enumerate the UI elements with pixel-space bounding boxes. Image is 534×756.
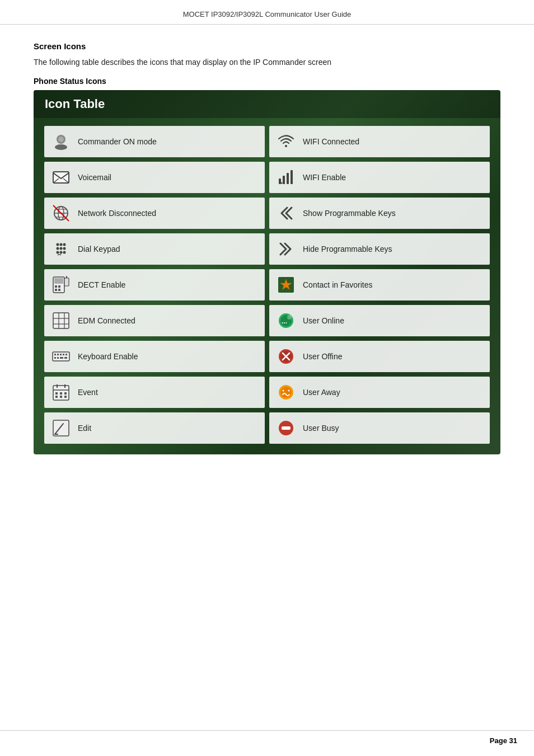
svg-point-73 <box>288 390 290 392</box>
busy-label: User Busy <box>303 424 339 433</box>
row-network: Network Disconnected <box>44 198 265 229</box>
keyboard-icon <box>50 345 72 368</box>
svg-point-34 <box>66 276 68 278</box>
svg-point-20 <box>63 243 66 246</box>
show-keys-icon <box>275 202 297 224</box>
dect-label: DECT Enable <box>78 280 125 289</box>
svg-rect-49 <box>60 354 62 355</box>
footer-divider <box>0 730 534 731</box>
svg-rect-50 <box>63 354 64 355</box>
voicemail-label: Voicemail <box>78 173 111 182</box>
dialpad-label: Dial Keypad <box>78 245 120 253</box>
svg-rect-32 <box>58 289 60 291</box>
svg-rect-64 <box>55 392 58 395</box>
away-icon <box>275 381 297 403</box>
svg-rect-33 <box>64 278 69 286</box>
svg-point-44 <box>287 315 292 320</box>
wifi-enable-label: WIFI Enable <box>303 173 346 182</box>
svg-rect-68 <box>60 396 62 398</box>
svg-rect-10 <box>291 170 293 184</box>
hide-keys-label: Hide Programmable Keys <box>303 245 392 253</box>
show-keys-label: Show Programmable Keys <box>303 209 396 218</box>
svg-rect-48 <box>57 354 59 355</box>
row-dialpad: Dial Keypad <box>44 233 265 265</box>
row-wifi-enable: WIFI Enable <box>269 162 490 193</box>
svg-point-22 <box>60 247 63 250</box>
network-label: Network Disconnected <box>78 209 156 218</box>
row-wifi: WIFI Connected <box>269 126 490 157</box>
row-dect: DECT Enable <box>44 269 265 300</box>
svg-rect-30 <box>58 285 60 288</box>
page-header: MOCET IP3092/IP3092L Communicator User G… <box>0 0 534 25</box>
svg-rect-78 <box>282 426 291 430</box>
svg-rect-69 <box>64 396 67 398</box>
svg-rect-55 <box>64 357 67 359</box>
svg-rect-37 <box>53 313 69 328</box>
row-voicemail: Voicemail <box>44 162 265 193</box>
edm-label: EDM Connected <box>78 316 135 325</box>
row-favorites: Contact in Favorites <box>269 269 490 300</box>
svg-rect-67 <box>55 396 58 398</box>
svg-point-72 <box>283 390 284 392</box>
edm-icon <box>50 309 72 332</box>
row-online: ... User Online <box>269 305 490 336</box>
subsection-title: Phone Status Icons <box>34 77 500 86</box>
svg-rect-46 <box>53 352 69 361</box>
svg-point-19 <box>60 243 63 246</box>
favorites-icon <box>275 274 297 296</box>
network-icon <box>50 202 72 224</box>
svg-rect-52 <box>54 357 56 359</box>
offline-label: User Offine <box>303 352 343 361</box>
voicemail-icon <box>50 166 72 189</box>
svg-rect-47 <box>54 354 56 355</box>
row-busy: User Busy <box>269 412 490 444</box>
away-label: User Away <box>303 388 340 397</box>
dialpad-icon <box>50 238 72 260</box>
online-icon: ... <box>275 309 297 332</box>
svg-rect-51 <box>65 354 67 355</box>
svg-point-18 <box>57 243 59 246</box>
svg-point-25 <box>60 251 63 254</box>
row-edit: Edit <box>44 412 265 444</box>
row-offline: User Offine <box>269 341 490 372</box>
svg-rect-7 <box>279 179 281 184</box>
commander-label: Commander ON mode <box>78 137 157 146</box>
svg-rect-29 <box>55 285 57 288</box>
intro-text: The following table describes the icons … <box>34 58 500 67</box>
svg-point-3 <box>285 145 287 147</box>
svg-rect-31 <box>55 289 57 291</box>
wifi-enable-icon <box>275 166 297 189</box>
event-label: Event <box>78 388 98 397</box>
favorites-label: Contact in Favorites <box>303 280 373 289</box>
svg-point-21 <box>57 247 59 250</box>
svg-point-26 <box>63 251 66 254</box>
svg-point-2 <box>58 137 64 142</box>
page-footer: Page 31 <box>490 736 517 745</box>
svg-text:...: ... <box>282 317 287 325</box>
row-commander: Commander ON mode <box>44 126 265 157</box>
wifi-icon <box>275 130 297 153</box>
svg-point-71 <box>280 387 292 398</box>
svg-point-1 <box>55 144 67 150</box>
dect-icon <box>50 274 72 296</box>
row-away: User Away <box>269 377 490 408</box>
row-show-keys: Show Programmable Keys <box>269 198 490 229</box>
row-edm: EDM Connected <box>44 305 265 336</box>
svg-rect-65 <box>60 392 62 395</box>
keyboard-label: Keyboard Enable <box>78 352 138 361</box>
wifi-label: WIFI Connected <box>303 137 359 146</box>
icon-table: Icon Table Commander ON mode <box>34 90 500 454</box>
svg-rect-28 <box>54 278 63 284</box>
row-hide-keys: Hide Programmable Keys <box>269 233 490 265</box>
row-keyboard: Keyboard Enable <box>44 341 265 372</box>
edit-label: Edit <box>78 424 91 433</box>
icon-table-title: Icon Table <box>45 97 105 111</box>
svg-rect-8 <box>283 176 285 184</box>
edit-icon <box>50 417 72 439</box>
svg-rect-9 <box>287 173 289 184</box>
svg-point-23 <box>63 247 66 250</box>
event-icon <box>50 381 72 403</box>
busy-icon <box>275 417 297 439</box>
hide-keys-icon <box>275 238 297 260</box>
icon-table-header: Icon Table <box>34 90 500 118</box>
